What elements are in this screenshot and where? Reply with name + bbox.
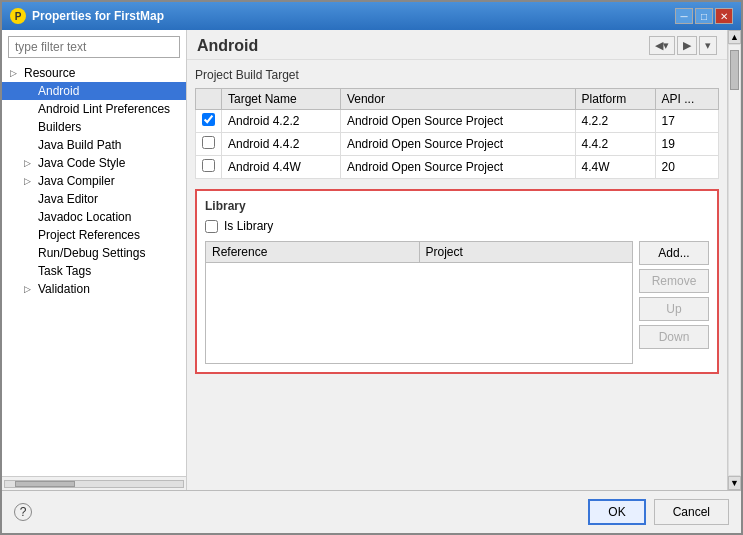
tree-label: Java Code Style [38,156,125,170]
tree-label: Run/Debug Settings [38,246,145,260]
tree-item-javadoc-location[interactable]: Javadoc Location [2,208,186,226]
footer-right: OK Cancel [588,499,729,525]
right-scrollbar: ▲ ▼ [727,30,741,490]
table-row: Android 4.2.2 Android Open Source Projec… [196,110,719,133]
nav-menu-button[interactable]: ▾ [699,36,717,55]
tree-item-java-build-path[interactable]: Java Build Path [2,136,186,154]
row-2-api: 19 [655,133,718,156]
table-row: Android 4.4W Android Open Source Project… [196,156,719,179]
is-library-row: Is Library [205,219,709,233]
tree-item-java-compiler[interactable]: ▷ Java Compiler [2,172,186,190]
tree-item-resource[interactable]: ▷ Resource [2,64,186,82]
horizontal-scrollbar[interactable] [2,476,186,490]
help-button[interactable]: ? [14,503,32,521]
tree-label: Java Editor [38,192,98,206]
dialog-body: ▷ Resource Android Android Lint Preferen… [2,30,741,490]
expand-icon: ▷ [24,176,34,186]
col-check [196,89,222,110]
tree-item-task-tags[interactable]: Task Tags [2,262,186,280]
expand-icon: ▷ [24,158,34,168]
build-target-label: Project Build Target [195,68,719,82]
row-3-api: 20 [655,156,718,179]
scroll-thumb-v[interactable] [730,50,739,90]
tree-item-android-lint[interactable]: Android Lint Preferences [2,100,186,118]
right-panel: Android ◀▾ ▶ ▾ Project Build Target [187,30,727,490]
tree-item-builders[interactable]: Builders [2,118,186,136]
minimize-button[interactable]: ─ [675,8,693,24]
tree-item-project-references[interactable]: Project References [2,226,186,244]
tree-item-java-editor[interactable]: Java Editor [2,190,186,208]
ok-button[interactable]: OK [588,499,645,525]
library-title: Library [205,199,709,213]
tree-item-validation[interactable]: ▷ Validation [2,280,186,298]
tree-label: Javadoc Location [38,210,131,224]
tree-label: Resource [24,66,75,80]
row-2-platform: 4.4.2 [575,133,655,156]
ref-col-project: Project [420,242,633,262]
nav-forward-button[interactable]: ▶ [677,36,697,55]
scroll-down-arrow[interactable]: ▼ [728,476,741,490]
left-panel: ▷ Resource Android Android Lint Preferen… [2,30,187,490]
add-button[interactable]: Add... [639,241,709,265]
tree-item-java-code-style[interactable]: ▷ Java Code Style [2,154,186,172]
library-body: Reference Project Add... Remove Up Down [205,241,709,364]
scroll-up-arrow[interactable]: ▲ [728,30,741,44]
tree-item-android[interactable]: Android [2,82,186,100]
section-title: Android [197,37,258,55]
remove-button[interactable]: Remove [639,269,709,293]
nav-back-button[interactable]: ◀▾ [649,36,675,55]
right-header: Android ◀▾ ▶ ▾ [187,30,727,60]
dialog-title: Properties for FirstMap [32,9,164,23]
col-platform: Platform [575,89,655,110]
down-button[interactable]: Down [639,325,709,349]
dialog-footer: ? OK Cancel [2,490,741,533]
build-target-table: Target Name Vendor Platform API ... [195,88,719,179]
row-checkbox-cell[interactable] [196,156,222,179]
row-1-platform: 4.2.2 [575,110,655,133]
row-2-checkbox[interactable] [202,136,215,149]
row-2-vendor: Android Open Source Project [340,133,575,156]
col-api: API ... [655,89,718,110]
close-button[interactable]: ✕ [715,8,733,24]
tree-item-run-debug[interactable]: Run/Debug Settings [2,244,186,262]
table-row: Android 4.4.2 Android Open Source Projec… [196,133,719,156]
filter-input[interactable] [8,36,180,58]
tree-label: Android Lint Preferences [38,102,170,116]
maximize-button[interactable]: □ [695,8,713,24]
row-1-vendor: Android Open Source Project [340,110,575,133]
is-library-checkbox[interactable] [205,220,218,233]
properties-dialog: P Properties for FirstMap ─ □ ✕ ▷ Resour… [0,0,743,535]
row-3-vendor: Android Open Source Project [340,156,575,179]
row-checkbox-cell[interactable] [196,133,222,156]
row-1-checkbox[interactable] [202,113,215,126]
library-buttons: Add... Remove Up Down [639,241,709,364]
col-target-name: Target Name [222,89,341,110]
dialog-icon: P [10,8,26,24]
scroll-thumb[interactable] [15,481,75,487]
tree-label: Builders [38,120,81,134]
ref-col-reference: Reference [206,242,420,262]
row-checkbox-cell[interactable] [196,110,222,133]
footer-left: ? [14,503,32,521]
library-section: Library Is Library Reference Project [195,189,719,374]
row-3-platform: 4.4W [575,156,655,179]
row-1-api: 17 [655,110,718,133]
tree-label: Java Compiler [38,174,115,188]
col-vendor: Vendor [340,89,575,110]
scroll-track [4,480,184,488]
ref-table-body [206,263,632,363]
tree-label: Task Tags [38,264,91,278]
title-bar: P Properties for FirstMap ─ □ ✕ [2,2,741,30]
row-3-target: Android 4.4W [222,156,341,179]
reference-table: Reference Project [205,241,633,364]
tree-label: Android [38,84,79,98]
title-bar-left: P Properties for FirstMap [10,8,164,24]
up-button[interactable]: Up [639,297,709,321]
right-panel-wrapper: Android ◀▾ ▶ ▾ Project Build Target [187,30,741,490]
expand-icon: ▷ [24,284,34,294]
tree-label: Java Build Path [38,138,121,152]
cancel-button[interactable]: Cancel [654,499,729,525]
nav-buttons: ◀▾ ▶ ▾ [649,36,717,55]
row-3-checkbox[interactable] [202,159,215,172]
scroll-track-v [728,44,741,476]
